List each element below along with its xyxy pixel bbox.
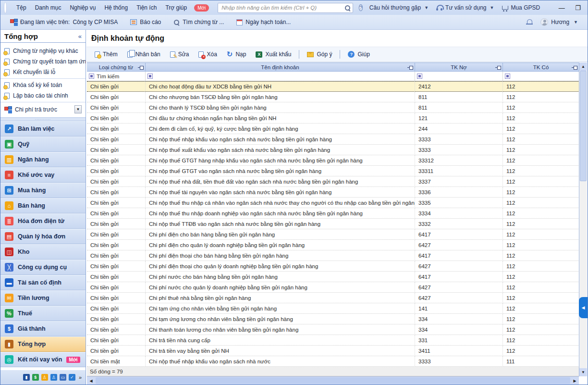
working-company-selector[interactable]: Đang làm việc trên: Công ty CP MISA bbox=[5, 17, 122, 27]
search-icon[interactable] bbox=[344, 5, 351, 11]
sidebar-module-kết-nối-vay-vốn[interactable]: ◎Kết nối vay vốnMới bbox=[0, 352, 86, 367]
help-circle-icon[interactable]: ? bbox=[359, 4, 363, 11]
table-row[interactable]: Chi tiền gửiChi tạm ứng cho nhân viên bằ… bbox=[87, 303, 579, 314]
notification-bell-icon[interactable] bbox=[526, 19, 533, 25]
table-row[interactable]: Chi tiền mặtChi nộp thuế nhập khẩu vào n… bbox=[87, 356, 579, 367]
filter-icon[interactable] bbox=[89, 74, 94, 79]
sidebar-splitter[interactable]: ·········· bbox=[0, 117, 86, 121]
sidebar-task-chứng-từ-nghiệp-vụ-khác[interactable]: Chứng từ nghiệp vụ khác bbox=[0, 46, 86, 56]
menu-item-2[interactable]: Nghiệp vụ bbox=[65, 2, 100, 13]
column-header-1[interactable]: Tên định khoản bbox=[146, 63, 415, 71]
table-row[interactable]: Chi tiền gửiChi phí điện cho quản lý doa… bbox=[87, 240, 579, 250]
table-row[interactable]: Chi tiền gửiChi nộp thuế thu nhập doanh … bbox=[87, 208, 579, 219]
menu-item-1[interactable]: Danh mục bbox=[31, 2, 66, 13]
sidebar-task-chứng-từ-quyết-toán-tạm-ứng[interactable]: Chứng từ quyết toán tạm ứng bbox=[0, 56, 86, 67]
find-voucher-button[interactable]: Tìm chứng từ ... bbox=[169, 17, 229, 27]
table-row[interactable]: Chi tiền gửiChi nộp thuế TTĐB vào ngân s… bbox=[87, 219, 579, 229]
menu-item-4[interactable]: Tiện ích bbox=[132, 2, 161, 13]
table-row[interactable]: Chi tiền gửiChi cho hoạt động đầu tư XDC… bbox=[87, 81, 579, 92]
filter-cell-1[interactable] bbox=[146, 72, 415, 81]
sidebar-module-ngân-hàng[interactable]: ▥Ngân hàng bbox=[0, 152, 86, 167]
sidebar-module-tài-sản-cố-định[interactable]: ▬Tài sản cố định bbox=[0, 275, 86, 290]
table-row[interactable]: Chi tiền gửiChi trả tiền nhà cung cấp331… bbox=[87, 335, 579, 346]
sidebar-task-kết-chuyển-lãi-lỗ[interactable]: Kết chuyển lãi lỗ bbox=[0, 67, 86, 77]
sidebar-module-giá-thành[interactable]: $Giá thành bbox=[0, 321, 86, 336]
sidebar-module-kho[interactable]: ◫Kho bbox=[0, 244, 86, 260]
collapse-sidebar-icon[interactable]: « bbox=[78, 33, 82, 40]
table-row[interactable]: Chi tiền gửiChi nộp thuế thu nhập cá nhâ… bbox=[87, 198, 579, 208]
table-row[interactable]: Chi tiền gửiChi cho thanh lý TSCĐ bằng t… bbox=[87, 102, 579, 113]
reports-button[interactable]: Báo cáo bbox=[125, 17, 166, 27]
pin-icon[interactable] bbox=[407, 66, 413, 70]
pin-icon[interactable] bbox=[138, 66, 144, 70]
pin-icon[interactable] bbox=[572, 66, 577, 70]
filter-icon[interactable] bbox=[505, 74, 510, 79]
user-menu[interactable]: Hương ▼ bbox=[536, 17, 583, 27]
table-row[interactable]: Chi tiền gửiChi phí điện thoại cho quản … bbox=[87, 261, 579, 272]
filter-icon[interactable] bbox=[417, 74, 422, 79]
panel-expander-handle[interactable]: ◀ bbox=[579, 297, 588, 318]
employee-mini-icon[interactable]: ♙ bbox=[50, 374, 57, 381]
toolbar-button-xuất-khẩu[interactable]: XXuất khẩu bbox=[251, 49, 295, 60]
table-row[interactable]: Chi tiền gửiChi đầu tư chứng khoán ngắn … bbox=[87, 113, 579, 124]
table-row[interactable]: Chi tiền gửiChi trả tiền vay bằng tiền g… bbox=[87, 346, 579, 356]
sidebar-module-công-cụ-dụng-cụ[interactable]: ╳Công cụ dụng cụ bbox=[0, 260, 86, 275]
filter-cell-3[interactable] bbox=[503, 72, 579, 81]
sidebar-task-khóa-sổ-kỳ-kế-toán[interactable]: Khóa sổ kỳ kế toán bbox=[0, 80, 86, 90]
toolbar-button-giúp[interactable]: ?Giúp bbox=[343, 49, 374, 60]
menu-item-0[interactable]: Tệp bbox=[12, 2, 31, 13]
table-row[interactable]: Chi tiền gửiChi tạm ứng lương cho nhân v… bbox=[87, 314, 579, 324]
feature-search-input[interactable] bbox=[218, 3, 353, 13]
sidebar-module-quản-lý-hóa-đơn[interactable]: ▤Quản lý hóa đơn bbox=[0, 229, 86, 244]
scroll-left-icon[interactable]: ◀ bbox=[87, 377, 95, 385]
sidebar-module-bàn-làm-việc[interactable]: ↗Bàn làm việc bbox=[0, 121, 86, 137]
table-row[interactable]: Chi tiền gửiChi nộp thuế GTGT hàng nhập … bbox=[87, 155, 579, 166]
sidebar-module-thuế[interactable]: %Thuế bbox=[0, 306, 86, 321]
faq-dropdown[interactable]: Câu hỏi thường gặp ▼ bbox=[367, 3, 431, 12]
table-row[interactable]: Chi tiền gửiChi phí điện thoại cho bán h… bbox=[87, 250, 579, 261]
table-row[interactable]: Chi tiền gửiChi thanh toán lương cho nhâ… bbox=[87, 324, 579, 335]
horizontal-scrollbar[interactable]: ◀ ▶ bbox=[87, 376, 579, 385]
filter-icon[interactable] bbox=[147, 74, 153, 79]
minimize-button[interactable]: — bbox=[553, 3, 570, 13]
toolbar-button-xóa[interactable]: Xóa bbox=[194, 49, 221, 60]
column-header-2[interactable]: TK Nợ bbox=[415, 63, 503, 71]
toolbar-button-nhân-bản[interactable]: Nhân bản bbox=[123, 49, 165, 60]
menu-item-3[interactable]: Hệ thống bbox=[100, 2, 132, 13]
sidebar-module-khế-ước-vay[interactable]: ≡Khế ước vay bbox=[0, 167, 86, 183]
scroll-up-icon[interactable]: ▲ bbox=[579, 62, 587, 71]
column-header-0[interactable]: Loại chứng từ bbox=[87, 63, 146, 71]
customer-mini-icon[interactable]: ♙ bbox=[41, 374, 48, 381]
sidebar-task-chi-phí-trả-trước[interactable]: Chi phí trả trước▼ bbox=[0, 103, 86, 115]
sidebar-task-lập-báo-cáo-tài-chính[interactable]: Lập báo cáo tài chính bbox=[0, 90, 86, 101]
table-row[interactable]: Chi tiền gửiChi nộp thuế nhập khẩu vào n… bbox=[87, 134, 579, 145]
close-button[interactable]: ✕ bbox=[586, 3, 588, 13]
vertical-scrollbar[interactable]: ▲ ▼ bbox=[579, 62, 587, 376]
sidebar-module-mua-hàng[interactable]: ⊞Mua hàng bbox=[0, 183, 86, 198]
column-header-3[interactable]: TK Có bbox=[503, 63, 579, 71]
scroll-right-icon[interactable]: ▶ bbox=[571, 377, 579, 385]
maximize-button[interactable]: ❐ bbox=[570, 3, 586, 13]
pin-icon[interactable] bbox=[495, 66, 501, 70]
table-row[interactable]: Chi tiền gửiChi cho nhượng bán TSCĐ bằng… bbox=[87, 92, 579, 102]
table-row[interactable]: Chi tiền gửiChi phí nước cho bán hàng bằ… bbox=[87, 272, 579, 282]
toolbar-button-sửa[interactable]: Sửa bbox=[166, 49, 194, 60]
overflow-chevron-icon[interactable]: » bbox=[79, 374, 82, 380]
vertical-scrollbar-thumb[interactable] bbox=[580, 71, 587, 181]
filter-cell-0[interactable]: Tìm kiếm bbox=[87, 72, 146, 81]
dropdown-arrow-icon[interactable]: ▼ bbox=[74, 105, 82, 113]
table-row[interactable]: Chi tiền gửiChi nộp thuế nhà đất, tiền t… bbox=[87, 176, 579, 187]
table-row[interactable]: Chi tiền gửiChi phí điện cho bán hàng bằ… bbox=[87, 229, 579, 240]
table-row[interactable]: Chi tiền gửiChi phí nước cho quản lý doa… bbox=[87, 282, 579, 293]
support-dropdown[interactable]: Tư vấn sử dụng ▼ bbox=[433, 3, 497, 12]
table-row[interactable]: Chi tiền gửiChi nộp thuế tài nguyên vào … bbox=[87, 187, 579, 198]
scroll-down-icon[interactable]: ▼ bbox=[579, 368, 587, 376]
toolbar-button-góp-ý[interactable]: Góp ý bbox=[303, 49, 336, 60]
sidebar-module-tổng-hợp[interactable]: ▮Tổng hợp bbox=[0, 336, 86, 352]
table-row[interactable]: Chi tiền gửiChi đem đi cầm cố, ký quỹ, k… bbox=[87, 124, 579, 134]
menu-item-5[interactable]: Trợ giúp bbox=[161, 2, 191, 13]
table-row[interactable]: Chi tiền gửiChi nộp thuế GTGT vào ngân s… bbox=[87, 166, 579, 176]
table-row[interactable]: Chi tiền gửiChi nộp thuế xuất khẩu vào n… bbox=[87, 145, 579, 155]
calendar-check-mini-icon[interactable]: ✓ bbox=[69, 374, 75, 381]
device-mini-icon[interactable]: ▭ bbox=[60, 374, 66, 381]
